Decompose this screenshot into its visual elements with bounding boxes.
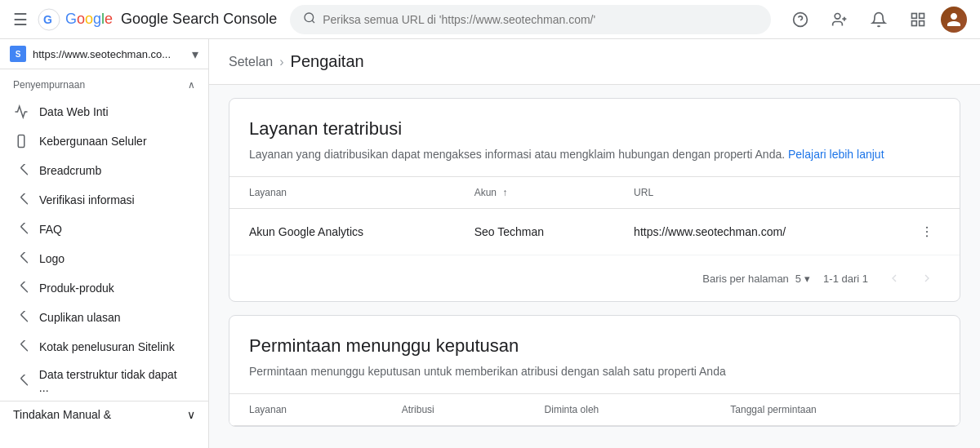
svg-rect-15 bbox=[21, 164, 28, 175]
sidebar-item-label-kebergunaan-seluler: Kebergunaan Seluler bbox=[39, 135, 147, 148]
logo-product-name: Google Search Console bbox=[121, 11, 277, 28]
sidebar-item-data-terstruktur[interactable]: Data terstruktur tidak dapat ... bbox=[0, 362, 202, 401]
svg-rect-17 bbox=[21, 223, 28, 233]
search-bar[interactable] bbox=[290, 5, 771, 34]
kebergunaan-seluler-icon bbox=[13, 133, 29, 149]
data-web-inti-icon bbox=[13, 104, 29, 120]
faq-icon bbox=[13, 221, 29, 237]
svg-rect-9 bbox=[912, 13, 917, 18]
search-input[interactable] bbox=[323, 13, 758, 26]
app-body: S https://www.seotechman.co... ▾ Penyemp… bbox=[0, 0, 980, 448]
card1-description: Layanan yang diatribusikan dapat mengaks… bbox=[249, 146, 940, 163]
sidebar-section-collapse-icon[interactable]: ∧ bbox=[188, 79, 195, 91]
card-permintaan: Permintaan menunggu keputusan Permintaan… bbox=[229, 315, 960, 427]
col-header-url: URL bbox=[614, 177, 894, 209]
property-favicon: S bbox=[10, 46, 26, 62]
svg-point-23 bbox=[926, 227, 928, 228]
card1-header: Layanan teratribusi Layanan yang diatrib… bbox=[229, 99, 960, 176]
svg-rect-19 bbox=[21, 282, 28, 292]
sidebar-section-label: Penyempurnaan bbox=[13, 79, 85, 91]
svg-rect-12 bbox=[920, 20, 924, 25]
col-header-layanan: Layanan bbox=[229, 177, 455, 209]
col2-header-layanan: Layanan bbox=[229, 394, 382, 426]
logo-text: Google bbox=[65, 11, 113, 28]
sidebar-item-faq[interactable]: FAQ bbox=[0, 215, 202, 244]
svg-rect-18 bbox=[21, 252, 28, 263]
notification-button[interactable] bbox=[862, 3, 895, 36]
verifikasi-informasi-icon bbox=[13, 192, 29, 208]
col-header-actions bbox=[894, 177, 960, 209]
breadcrumb-menu-icon bbox=[13, 162, 29, 179]
per-page-select: Baris per halaman 5 ▾ bbox=[702, 273, 810, 285]
svg-rect-21 bbox=[21, 340, 28, 351]
cuplikan-ulasan-icon bbox=[13, 309, 29, 326]
card1-learn-more-link[interactable]: Pelajari lebih lanjut bbox=[788, 148, 884, 161]
card1-title: Layanan teratribusi bbox=[249, 118, 940, 140]
sidebar-item-verifikasi-informasi[interactable]: Verifikasi informasi bbox=[0, 185, 202, 215]
main-content: Setelan › Pengaitan Layanan teratribusi … bbox=[209, 39, 980, 448]
card2-header: Permintaan menunggu keputusan Permintaan… bbox=[229, 316, 960, 393]
sidebar-section-tindakan-manual[interactable]: Tindakan Manual & ∨ bbox=[0, 401, 208, 428]
svg-point-25 bbox=[926, 235, 928, 237]
svg-rect-10 bbox=[920, 13, 924, 18]
sidebar: S https://www.seotechman.co... ▾ Penyemp… bbox=[0, 39, 209, 448]
per-page-dropdown-icon: ▾ bbox=[804, 273, 810, 285]
sidebar-item-breadcrumb[interactable]: Breadcrumb bbox=[0, 156, 202, 185]
sidebar-item-produk-produk[interactable]: Produk-produk bbox=[0, 273, 202, 303]
sidebar-item-kebergunaan-seluler[interactable]: Kebergunaan Seluler bbox=[0, 126, 202, 156]
logo-area: G Google Google Search Console bbox=[38, 8, 277, 31]
avatar[interactable] bbox=[941, 7, 967, 33]
card-layanan-teratribusi: Layanan teratribusi Layanan yang diatrib… bbox=[229, 98, 960, 302]
sidebar-item-label-verifikasi-informasi: Verifikasi informasi bbox=[39, 193, 135, 206]
svg-text:G: G bbox=[43, 13, 52, 26]
sidebar-item-label-kotak-penelusuran-sitelink: Kotak penelusuran Sitelink bbox=[39, 340, 175, 353]
search-icon bbox=[303, 11, 316, 28]
sidebar-item-label-breadcrumb: Breadcrumb bbox=[39, 164, 101, 177]
property-dropdown-icon: ▾ bbox=[192, 47, 198, 62]
card1-table: Layanan Akun ↑ URL bbox=[229, 176, 960, 255]
col2-header-atribusi: Atribusi bbox=[382, 394, 525, 426]
logo-menu-icon bbox=[13, 251, 29, 267]
property-selector[interactable]: S https://www.seotechman.co... ▾ bbox=[0, 39, 208, 69]
sidebar-item-label-faq: FAQ bbox=[39, 223, 62, 236]
svg-point-6 bbox=[835, 13, 840, 19]
sidebar-item-logo[interactable]: Logo bbox=[0, 244, 202, 273]
apps-button[interactable] bbox=[902, 3, 934, 36]
cell-layanan: Akun Google Analytics bbox=[229, 209, 455, 255]
card2-description: Permintaan menunggu keputusan untuk memb… bbox=[249, 363, 940, 380]
table-row: Akun Google Analytics Seo Techman https:… bbox=[229, 209, 960, 255]
sidebar-item-cuplikan-ulasan[interactable]: Cuplikan ulasan bbox=[0, 303, 202, 332]
pagination-range: 1-1 dari 1 bbox=[823, 273, 868, 285]
row-menu-button[interactable] bbox=[914, 219, 940, 245]
per-page-dropdown[interactable]: 5 ▾ bbox=[795, 273, 810, 285]
sidebar-section-penyempurnaan: Penyempurnaan ∧ bbox=[0, 69, 208, 97]
google-logo-icon: G bbox=[38, 8, 60, 31]
sidebar-item-data-web-inti[interactable]: Data Web Inti bbox=[0, 97, 202, 126]
breadcrumb-parent[interactable]: Setelan bbox=[229, 55, 273, 69]
col2-header-tanggal-permintaan: Tanggal permintaan bbox=[710, 394, 960, 426]
svg-rect-16 bbox=[21, 193, 28, 204]
sidebar-item-kotak-penelusuran-sitelink[interactable]: Kotak penelusuran Sitelink bbox=[0, 332, 202, 362]
produk-produk-icon bbox=[13, 280, 29, 296]
sidebar-item-label-logo: Logo bbox=[39, 252, 65, 265]
pagination: Baris per halaman 5 ▾ 1-1 dari 1 bbox=[229, 255, 960, 301]
svg-rect-22 bbox=[20, 375, 27, 385]
profile-add-button[interactable] bbox=[823, 3, 856, 36]
cell-url: https://www.seotechman.com/ bbox=[614, 209, 894, 255]
sidebar-item-label-data-web-inti: Data Web Inti bbox=[39, 105, 109, 118]
help-button[interactable] bbox=[784, 3, 817, 36]
menu-icon[interactable]: ☰ bbox=[13, 10, 28, 29]
main-header: ☰ G Google Google Search Console bbox=[0, 0, 980, 39]
sidebar-item-label-produk-produk: Produk-produk bbox=[39, 282, 114, 295]
property-url: https://www.seotechman.co... bbox=[33, 48, 185, 60]
sort-icon-akun: ↑ bbox=[502, 187, 507, 198]
cards-container: Layanan teratribusi Layanan yang diatrib… bbox=[209, 85, 980, 448]
header-right bbox=[784, 3, 967, 36]
pagination-next-button[interactable] bbox=[914, 265, 940, 291]
cell-actions bbox=[894, 209, 960, 255]
svg-rect-11 bbox=[912, 20, 917, 25]
pagination-prev-button[interactable] bbox=[881, 265, 907, 291]
data-terstruktur-icon bbox=[13, 373, 29, 389]
col-header-akun[interactable]: Akun ↑ bbox=[455, 177, 614, 209]
card2-title: Permintaan menunggu keputusan bbox=[249, 335, 940, 357]
